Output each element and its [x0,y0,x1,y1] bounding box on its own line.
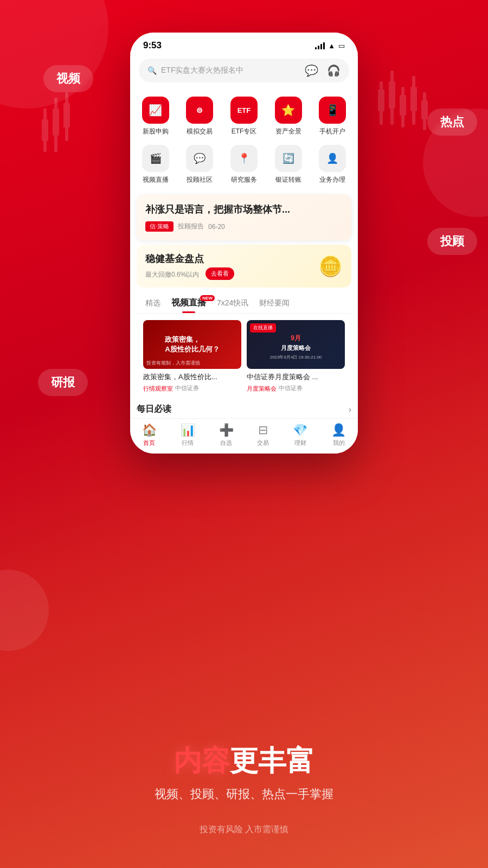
tab-finance-news[interactable]: 财经要闻 [259,298,290,312]
article-tag: 信·策略 [145,221,174,232]
tabs-bar: 精选 视频直播 NEW 7x24快讯 财经要闻 [137,291,351,314]
business-icon: 👤 [319,145,346,172]
svg-rect-2 [54,98,57,152]
video1-disclaimer: 投资有规制，入市需谨慎 [146,360,200,367]
bottom-nav: 🏠 首页 📊 行情 ➕ 自选 ⊟ 交易 💎 理财 👤 我的 [130,418,358,454]
grid-item-sim-trade[interactable]: ⊜ 模拟交易 [179,93,221,139]
etf-label: ETF专区 [232,127,257,136]
main-headline: 内容更丰富 [0,744,488,777]
grid-item-assets[interactable]: ⭐ 资产全景 [267,93,310,139]
daily-section[interactable]: 每日必读 › [137,404,351,415]
watchlist-icon: ➕ [219,423,234,437]
nav-finance[interactable]: 💎 理财 [293,423,307,447]
assets-label: 资产全景 [275,127,301,136]
fund-icon: 🪙 [318,255,343,278]
svg-rect-3 [53,108,59,136]
finance-icon: 💎 [293,423,307,437]
home-label: 首页 [143,439,155,447]
wifi-icon: ▲ [328,42,335,50]
svg-rect-7 [378,90,384,111]
headline-part1: 内容 [174,745,230,776]
video1-title: 政策密集，A股性价比... [143,372,241,382]
float-label-video: 视频 [43,65,93,92]
nav-watchlist[interactable]: ➕ 自选 [219,423,234,447]
article-card[interactable]: 补涨只是语言，把握市场整体节... 信·策略 投顾报告 06-20 [137,194,351,240]
daily-title: 每日必读 [137,404,171,415]
assets-icon: ⭐ [275,97,302,124]
search-actions: 💬 🎧 [305,64,341,77]
market-icon: 📊 [181,423,195,437]
float-label-research: 研报 [38,369,88,396]
svg-rect-0 [43,108,47,152]
trade-label: 交易 [257,439,269,447]
search-placeholder: ETF实盘大赛火热报名中 [161,66,243,75]
live-badge: 在线直播 [250,323,276,333]
fund-subtitle: 最大回撤0.6%以内 [145,270,199,279]
grid-item-business[interactable]: 👤 业务办理 [311,142,354,188]
video1-source: 行情观察室 [143,385,173,393]
svg-rect-14 [423,92,426,130]
sim-trade-label: 模拟交易 [187,127,213,136]
community-label: 投顾社区 [187,175,213,184]
nav-profile[interactable]: 👤 我的 [331,423,346,447]
grid-item-transfer[interactable]: 🔄 银证转账 [267,142,310,188]
fund-banner[interactable]: 稳健基金盘点 最大回撤0.6%以内 去看看 🪙 [137,245,351,288]
daily-arrow: › [349,405,351,414]
battery-icon: ▭ [338,42,345,50]
svg-rect-12 [412,76,415,125]
video-card-2[interactable]: 在线直播 9月 月度策略会 2023年9月4日 19:30-21:00 中信证券… [247,320,345,393]
sim-trade-icon: ⊜ [186,97,213,124]
disclaimer: 投资有风险 入市需谨慎 [0,824,488,835]
nav-home[interactable]: 🏠 首页 [142,423,157,447]
grid-item-new-stock[interactable]: 📈 新股申购 [134,93,177,139]
video-section: 政策密集， A股性价比几何？ 投资有规制，入市需谨慎 政策密集，A股性价比...… [137,314,351,399]
svg-rect-10 [401,87,404,127]
open-account-label: 手机开户 [319,127,345,136]
transfer-icon: 🔄 [275,145,302,172]
tab-new-badge: NEW [200,295,215,301]
profile-icon: 👤 [331,423,346,437]
phone-mockup: 9:53 ▲ ▭ 🔍 ETF实盘大赛火热报名中 💬 🎧 [130,33,358,454]
headset-icon[interactable]: 🎧 [327,64,341,77]
nav-trade[interactable]: ⊟ 交易 [257,423,269,447]
status-icons: ▲ ▭ [315,42,345,50]
bottom-section: 内容更丰富 视频、投顾、研报、热点一手掌握 投资有风险 入市需谨慎 [0,744,488,868]
svg-rect-13 [410,87,417,111]
svg-rect-4 [65,92,68,141]
video2-month: 9月 [291,334,301,343]
tab-video-live[interactable]: 视频直播 NEW [171,297,206,313]
market-label: 行情 [182,439,194,447]
search-bar[interactable]: 🔍 ETF实盘大赛火热报名中 💬 🎧 [139,59,349,82]
svg-rect-9 [389,81,395,108]
grid-item-open-account[interactable]: 📱 手机开户 [311,93,354,139]
grid-item-live[interactable]: 🎬 视频直播 [134,142,177,188]
profile-label: 我的 [333,439,345,447]
video2-title: 中信证券月度策略会 ... [247,372,345,382]
svg-rect-8 [390,71,394,125]
video2-date-time: 2023年9月4日 19:30-21:00 [270,354,322,360]
signal-icon [315,42,325,49]
video-card-1[interactable]: 政策密集， A股性价比几何？ 投资有规制，入市需谨慎 政策密集，A股性价比...… [143,320,241,393]
grid-item-etf[interactable]: ETF ETF专区 [223,93,265,139]
status-bar: 9:53 ▲ ▭ [130,33,358,54]
etf-icon: ETF [230,97,258,124]
research-service-icon: 📍 [230,145,258,172]
video2-source: 月度策略会 [247,385,277,393]
grid-item-community[interactable]: 💬 投顾社区 [179,142,221,188]
tab-selected[interactable]: 精选 [145,298,160,312]
fund-title: 稳健基金盘点 [145,252,234,265]
tab-7x24[interactable]: 7x24快讯 [217,298,248,312]
float-label-advisor: 投顾 [427,228,477,255]
nav-market[interactable]: 📊 行情 [181,423,195,447]
grid-item-research-service[interactable]: 📍 研究服务 [223,142,265,188]
video1-broker: 中信证券 [175,384,199,392]
article-date: 06-20 [208,223,225,231]
transfer-label: 银证转账 [275,175,301,184]
svg-rect-5 [63,103,70,127]
watchlist-label: 自选 [220,439,232,447]
fund-btn[interactable]: 去看看 [206,267,234,280]
video1-thumb-sub1: A股性价比几何？ [165,345,219,353]
finance-label: 理财 [294,439,306,447]
message-icon[interactable]: 💬 [305,64,318,77]
trade-icon: ⊟ [258,423,268,437]
